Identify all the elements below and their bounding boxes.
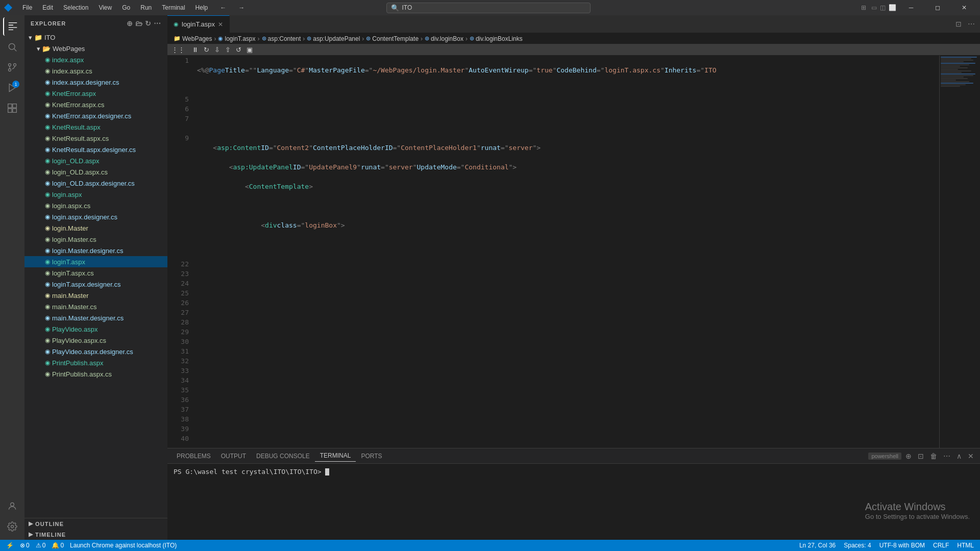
- status-spaces[interactable]: Spaces: 4: [842, 542, 873, 549]
- maximize-panel-icon[interactable]: ∧: [954, 451, 964, 461]
- breadcrumb-loginboxlinks[interactable]: ⊛ div.loginBoxLinks: [470, 35, 523, 42]
- activity-search[interactable]: [3, 38, 21, 56]
- panel-tab-problems[interactable]: PROBLEMS: [172, 450, 216, 462]
- tab-close-button[interactable]: ✕: [218, 21, 223, 28]
- file-logint-aspx[interactable]: ◉ loginT.aspx: [24, 256, 167, 267]
- status-branch[interactable]: ⚡: [4, 542, 16, 549]
- layout3-icon[interactable]: ◫: [880, 4, 886, 11]
- menu-terminal[interactable]: Terminal: [158, 3, 189, 12]
- status-notifications[interactable]: 🔔 0: [50, 542, 66, 549]
- status-warnings[interactable]: ⚠ 0: [34, 542, 48, 549]
- menu-edit[interactable]: Edit: [38, 3, 57, 12]
- file-main-master[interactable]: ◉ main.Master: [24, 290, 167, 301]
- new-file-icon[interactable]: ⊕: [127, 19, 133, 28]
- more-actions-icon[interactable]: ⋯: [966, 19, 977, 29]
- outline-section[interactable]: ▶ OUTLINE: [24, 518, 167, 529]
- editor-tab-logint[interactable]: ◉ loginT.aspx ✕: [167, 15, 230, 33]
- menu-go[interactable]: Go: [118, 3, 134, 12]
- root-folder[interactable]: ▾ 📁 ITO: [24, 32, 167, 43]
- breadcrumb-file[interactable]: ◉ loginT.aspx: [218, 35, 255, 42]
- file-index-aspx[interactable]: ◉ index.aspx: [24, 54, 167, 65]
- breadcrumb-updatepanel[interactable]: ⊛ asp:UpdatePanel: [307, 35, 360, 42]
- file-knetresult-cs[interactable]: ◉ KnetResult.aspx.cs: [24, 133, 167, 144]
- file-index-designer[interactable]: ◉ index.aspx.designer.cs: [24, 77, 167, 88]
- file-loginold-cs[interactable]: ◉ login_OLD.aspx.cs: [24, 166, 167, 178]
- file-logint-designer[interactable]: ◉ loginT.aspx.designer.cs: [24, 279, 167, 290]
- stop-btn[interactable]: ▣: [244, 45, 255, 54]
- status-line-endings[interactable]: CRLF: [931, 542, 951, 549]
- activity-accounts[interactable]: [3, 497, 21, 515]
- title-search[interactable]: 🔍: [386, 3, 591, 13]
- file-playvideo-designer[interactable]: ◉ PlayVideo.aspx.designer.cs: [24, 346, 167, 357]
- more-panel-icon[interactable]: ⋯: [941, 451, 952, 461]
- file-knetresult-designer[interactable]: ◉ KnetResult.aspx.designer.cs: [24, 144, 167, 155]
- step-into-btn[interactable]: ⇩: [212, 45, 222, 54]
- menu-help[interactable]: Help: [191, 3, 212, 12]
- activity-extensions[interactable]: [3, 99, 21, 117]
- file-login-master-cs[interactable]: ◉ login.Master.cs: [24, 234, 167, 245]
- panel-tab-ports[interactable]: PORTS: [356, 450, 387, 462]
- status-launch[interactable]: Launch Chrome against localhost (ITO): [68, 542, 179, 549]
- status-cursor[interactable]: Ln 27, Col 36: [797, 542, 838, 549]
- status-language[interactable]: HTML: [955, 542, 976, 549]
- activity-explorer[interactable]: [3, 17, 21, 36]
- file-login-master[interactable]: ◉ login.Master: [24, 222, 167, 234]
- menu-file[interactable]: File: [18, 3, 36, 12]
- layout-icon[interactable]: ⊞: [861, 4, 866, 11]
- file-playvideo-cs[interactable]: ◉ PlayVideo.aspx.cs: [24, 335, 167, 346]
- nav-back[interactable]: ←: [216, 3, 230, 12]
- layout2-icon[interactable]: ▭: [871, 4, 877, 11]
- restart-btn[interactable]: ↺: [234, 45, 243, 54]
- file-login-aspx[interactable]: ◉ login.aspx: [24, 189, 167, 200]
- webpages-folder[interactable]: ▾ 📂 WebPages: [24, 43, 167, 54]
- split-editor-icon[interactable]: ⊡: [953, 19, 964, 29]
- breadcrumb-contenttemplate[interactable]: ⊛ ContentTemplate: [366, 35, 419, 42]
- file-knetresult-aspx[interactable]: ◉ KnetResult.aspx: [24, 121, 167, 133]
- close-panel-icon[interactable]: ✕: [966, 451, 976, 461]
- file-printpublish-cs[interactable]: ◉ PrintPublish.aspx.cs: [24, 368, 167, 380]
- file-main-master-cs[interactable]: ◉ main.Master.cs: [24, 301, 167, 312]
- nav-forward[interactable]: →: [234, 3, 249, 12]
- step-over-btn[interactable]: ↻: [202, 45, 211, 54]
- step-out-btn[interactable]: ⇧: [223, 45, 233, 54]
- search-input[interactable]: [402, 4, 586, 11]
- code-content[interactable]: <%@ Page Title="" Language="C#" MasterPa…: [193, 56, 939, 448]
- file-loginold-designer[interactable]: ◉ login_OLD.aspx.designer.cs: [24, 178, 167, 189]
- kill-terminal-icon[interactable]: 🗑: [928, 451, 939, 461]
- file-loginold-aspx[interactable]: ◉ login_OLD.aspx: [24, 155, 167, 166]
- file-logint-cs[interactable]: ◉ loginT.aspx.cs: [24, 267, 167, 279]
- file-printpublish-aspx[interactable]: ◉ PrintPublish.aspx: [24, 357, 167, 368]
- menu-selection[interactable]: Selection: [59, 3, 92, 12]
- panel-tab-debug[interactable]: DEBUG CONSOLE: [251, 450, 315, 462]
- panel-tab-terminal[interactable]: TERMINAL: [315, 450, 356, 462]
- status-errors[interactable]: ⊗ 0: [18, 542, 32, 549]
- terminal-content[interactable]: PS G:\wasel test crystal\ITO\ITO\ITO>: [167, 464, 980, 540]
- file-index-cs[interactable]: ◉ index.aspx.cs: [24, 65, 167, 77]
- breadcrumb-loginbox[interactable]: ⊛ div.loginBox: [425, 35, 463, 42]
- activity-run-debug[interactable]: 1: [3, 79, 21, 97]
- minimize-button[interactable]: ─: [899, 0, 923, 15]
- collapse-all-icon[interactable]: ⋯: [154, 19, 161, 28]
- file-login-cs[interactable]: ◉ login.aspx.cs: [24, 200, 167, 211]
- code-editor[interactable]: 1 5 6 7 9 22 23 24 25 26 27 2: [167, 56, 939, 448]
- menu-view[interactable]: View: [94, 3, 116, 12]
- refresh-icon[interactable]: ↻: [145, 19, 152, 28]
- activity-settings[interactable]: [3, 517, 21, 536]
- file-kneterror-aspx[interactable]: ◉ KnetError.aspx: [24, 88, 167, 99]
- menu-run[interactable]: Run: [136, 3, 156, 12]
- file-kneterror-cs[interactable]: ◉ KnetError.aspx.cs: [24, 99, 167, 110]
- close-button[interactable]: ✕: [952, 0, 976, 15]
- timeline-section[interactable]: ▶ TIMELINE: [24, 529, 167, 540]
- new-terminal-icon[interactable]: ⊕: [903, 451, 914, 461]
- status-encoding[interactable]: UTF-8 with BOM: [877, 542, 927, 549]
- file-kneterror-designer[interactable]: ◉ KnetError.aspx.designer.cs: [24, 110, 167, 121]
- file-login-designer[interactable]: ◉ login.aspx.designer.cs: [24, 211, 167, 222]
- file-main-master-designer[interactable]: ◉ main.Master.designer.cs: [24, 312, 167, 323]
- file-login-master-designer[interactable]: ◉ login.Master.designer.cs: [24, 245, 167, 256]
- new-folder-icon[interactable]: 🗁: [135, 19, 143, 28]
- powershell-label[interactable]: powershell: [868, 453, 901, 460]
- panel-tab-output[interactable]: OUTPUT: [216, 450, 251, 462]
- restore-button[interactable]: ◻: [926, 0, 949, 15]
- layout4-icon[interactable]: ⬜: [889, 4, 896, 11]
- breadcrumb-webpages[interactable]: 📁 WebPages: [174, 35, 212, 42]
